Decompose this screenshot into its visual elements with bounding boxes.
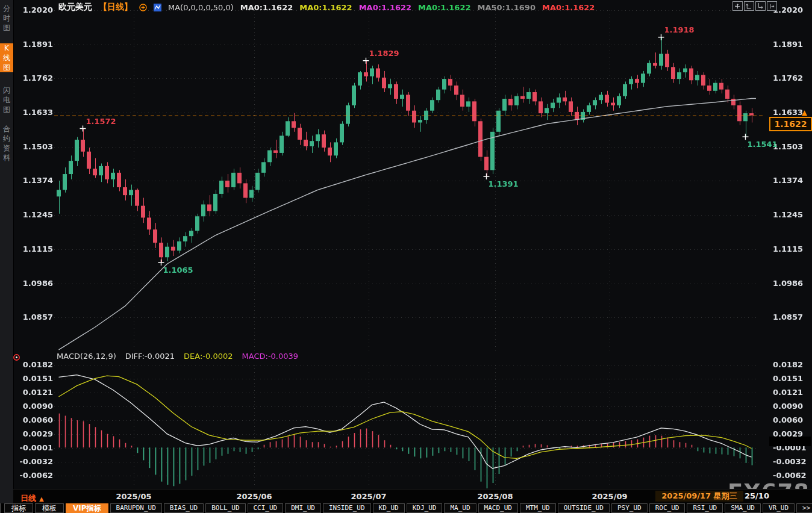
indicator-chart-icon[interactable] (154, 4, 161, 11)
tab-模板[interactable]: 模板 (35, 503, 64, 513)
price-chart-canvas[interactable] (0, 0, 812, 513)
crosshair-date-label: 2025/09/17 星期三 (655, 491, 743, 502)
ma-value: MA0:1.1622 (359, 3, 411, 12)
month-axis-label: 2025/05 (110, 492, 158, 501)
tab-cci_ud[interactable]: CCI_UD (248, 503, 284, 513)
price-axis-label-right: 1.0857 (773, 312, 810, 322)
ma-value: MA50:1.1690 (478, 3, 536, 12)
ma-value: MA0:1.1622 (299, 3, 352, 12)
record-icon[interactable] (13, 352, 20, 364)
price-annotation: 1.1391 (489, 179, 519, 188)
fit-horizontal-axis-icon[interactable] (755, 1, 766, 11)
price-axis-label-left: 1.1503 (16, 142, 53, 151)
more-tabs-button[interactable]: >> (796, 503, 812, 513)
ma-value: MA0:1.1622 (542, 3, 595, 12)
period-selector-label: 日线 (20, 494, 36, 503)
date-axis: 日线▲ 2025/09/17 星期三 25/10 2025/052025/062… (13, 489, 812, 504)
price-axis-label-left: 1.1762 (16, 73, 53, 82)
tab-macd_ud[interactable]: MACD_UD (478, 503, 518, 513)
macd-axis-label-left: -0.0001 (16, 443, 53, 452)
sidebar-item-3[interactable]: 闪电图 (0, 86, 13, 114)
month-axis-label: 2025/07 (345, 492, 393, 501)
macd-axis-label-right: -0.0032 (773, 457, 810, 466)
tab-sma_ud[interactable]: SMA_UD (725, 503, 761, 513)
ma-value: MA0:1.1622 (418, 3, 470, 12)
macd-axis-label-left: 0.0060 (16, 415, 53, 424)
month-axis-label: 2025/09 (586, 492, 634, 501)
add-indicator-icon[interactable] (139, 4, 147, 11)
price-annotation: 1.1065 (163, 266, 193, 275)
macd-axis-label-left: 0.0182 (16, 360, 53, 369)
tab-boll_ud[interactable]: BOLL_UD (205, 503, 245, 513)
tab-kd_ud[interactable]: KD_UD (373, 503, 405, 513)
tab-rsi_ud[interactable]: RSI_UD (687, 503, 723, 513)
fit-vertical-axis-icon[interactable] (744, 1, 754, 11)
tab-bias_ud[interactable]: BIAS_UD (164, 503, 204, 513)
macd-header: MACD(26,12,9) DIFF:-0.0021 DEA:-0.0002 M… (57, 352, 298, 361)
ma-value: MA0:1.1622 (240, 3, 293, 12)
chart-toolbar (732, 1, 777, 11)
price-annotation: 1.1829 (369, 49, 399, 58)
price-annotation: 1.1541 (748, 140, 778, 149)
period-selector[interactable]: 日线▲ (20, 492, 44, 504)
macd-axis-label-right: 0.0121 (773, 388, 810, 397)
macd-axis-label-right: -0.0062 (773, 471, 810, 480)
tab-vr_ud[interactable]: VR_UD (763, 503, 795, 513)
tab-vip指标[interactable]: VIP指标 (66, 503, 108, 513)
axis-end-date: 25/10 (745, 491, 769, 500)
ma-settings: MA(0,0,0,0,50,0) (168, 3, 234, 12)
price-annotation: 1.1918 (664, 25, 695, 34)
price-axis-label-left: 1.1633 (16, 108, 53, 117)
macd-axis-label-left: 0.0090 (16, 402, 53, 411)
macd-axis-label-right: 0.0182 (773, 360, 810, 369)
ma-values: MA0:1.1622MA0:1.1622MA0:1.1622MA0:1.1622… (240, 3, 595, 12)
macd-value-box (769, 437, 811, 446)
sidebar-item-4[interactable]: 合约资料 (0, 124, 13, 163)
tab-inside_ud[interactable]: INSIDE_UD (323, 503, 371, 513)
macd-diff-value: DIFF:-0.0021 (125, 352, 175, 361)
price-axis-label-left: 1.1115 (16, 244, 53, 253)
price-axis-label-left: 1.1891 (16, 40, 53, 49)
month-axis-label: 2025/08 (471, 492, 519, 501)
corner-box (0, 503, 1, 513)
tab-psy_ud[interactable]: PSY_UD (611, 503, 648, 513)
price-up-arrow-marker: ▲ (802, 108, 807, 117)
macd-axis-label-right: 0.0090 (773, 402, 810, 411)
macd-axis-label-left: 0.0029 (16, 429, 53, 438)
price-axis-label-right: 1.1891 (773, 40, 810, 49)
price-axis-label-left: 1.1245 (16, 210, 53, 219)
period-label: 【日线】 (99, 2, 133, 13)
tab-outside_ud[interactable]: OUTSIDE_UD (558, 503, 610, 513)
price-annotation: 1.1572 (86, 117, 116, 126)
macd-title: MACD(26,12,9) (57, 352, 116, 361)
month-axis-label: 2025/06 (230, 492, 278, 501)
macd-axis-label-left: -0.0032 (16, 457, 53, 466)
indicator-tab-bar: 指标模板VIP指标BARUPDN_UDBIAS_UDBOLL_UDCCI_UDD… (0, 503, 812, 513)
sidebar-item-2[interactable]: K线图 (0, 43, 13, 72)
pan-crosshair-icon[interactable] (732, 1, 743, 11)
price-axis-label-right: 1.1245 (773, 210, 810, 219)
period-arrow-icon: ▲ (39, 496, 44, 502)
chart-header: 欧元美元 【日线】 MA(0,0,0,0,50,0) MA0:1.1622MA0… (58, 2, 595, 13)
tab-roc_ud[interactable]: ROC_UD (649, 503, 686, 513)
price-axis-label-left: 1.0857 (16, 312, 53, 322)
tab-ma_ud[interactable]: MA_UD (444, 503, 476, 513)
price-axis-label-right: 1.1762 (773, 73, 810, 82)
current-price-box: 1.1622 (769, 117, 812, 131)
shift-chart-right-icon[interactable] (767, 1, 777, 11)
price-axis-label-left: 1.1374 (16, 176, 53, 185)
tab-指标[interactable]: 指标 (4, 503, 33, 513)
price-axis-label-left: 1.0986 (16, 279, 53, 288)
sidebar-item-1[interactable]: 分时图 (0, 4, 13, 33)
tab-mtm_ud[interactable]: MTM_UD (520, 503, 556, 513)
macd-macd-value: MACD:-0.0039 (242, 352, 299, 361)
tab-barupdn_ud[interactable]: BARUPDN_UD (110, 503, 162, 513)
tab-dmi_ud[interactable]: DMI_UD (285, 503, 321, 513)
macd-axis-label-right: 0.0151 (773, 374, 810, 383)
price-axis-label-right: 1.2020 (773, 5, 810, 14)
tab-kdj_ud[interactable]: KDJ_UD (407, 503, 443, 513)
price-axis-label-right: 1.0986 (773, 279, 810, 288)
macd-dea-value: DEA:-0.0002 (184, 352, 233, 361)
macd-axis-label-right: 0.0060 (773, 415, 810, 424)
macd-axis-label-left: -0.0062 (16, 471, 53, 480)
